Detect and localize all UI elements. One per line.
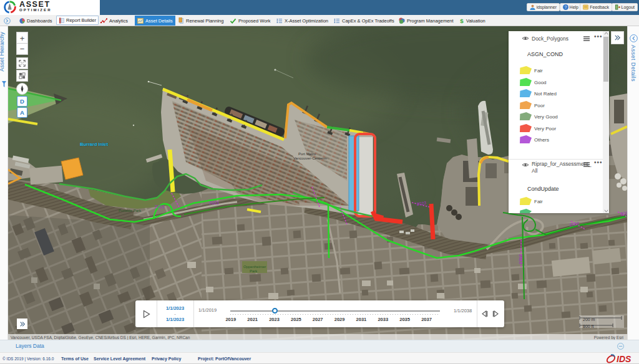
- svg-text:Vancouver-Centerm: Vancouver-Centerm: [293, 156, 326, 160]
- svg-text:2023: 2023: [209, 201, 219, 205]
- svg-text:Burrard Inlet: Burrard Inlet: [80, 141, 109, 147]
- svg-text:IDS: IDS: [617, 354, 632, 364]
- svg-text:Portside Park: Portside Park: [119, 209, 142, 213]
- svg-text:200 m: 200 m: [583, 317, 595, 322]
- svg-text:?: ?: [564, 5, 567, 9]
- svg-text:2023: 2023: [519, 254, 523, 264]
- svg-text:Oppenheimer: Oppenheimer: [243, 265, 266, 269]
- svg-text:2023: 2023: [620, 210, 627, 216]
- svg-text:Port Metro: Port Metro: [298, 152, 316, 156]
- svg-text:Park: Park: [250, 269, 258, 273]
- svg-text:$: $: [460, 17, 464, 24]
- svg-text:2023: 2023: [155, 204, 165, 209]
- svg-text:800 ft: 800 ft: [583, 324, 594, 328]
